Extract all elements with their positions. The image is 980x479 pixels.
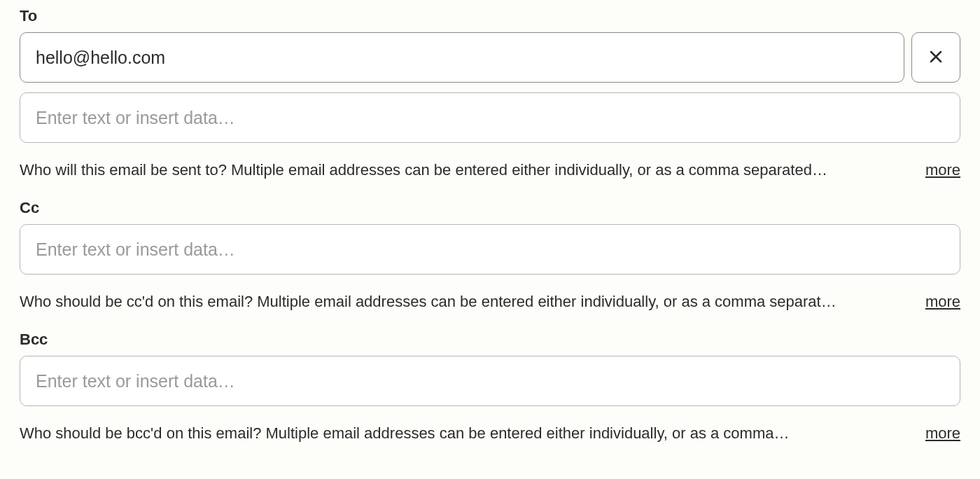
bcc-input[interactable] [20, 356, 960, 406]
cc-input-row [20, 224, 960, 275]
to-help-text: Who will this email be sent to? Multiple… [20, 161, 904, 179]
to-field-section: To Who will this email be sent to? Multi… [20, 7, 960, 179]
bcc-field-section: Bcc Who should be bcc'd on this email? M… [20, 331, 960, 443]
cc-field-section: Cc Who should be cc'd on this email? Mul… [20, 199, 960, 311]
to-remove-button[interactable] [911, 32, 960, 83]
close-icon [927, 48, 944, 67]
cc-label: Cc [20, 199, 960, 217]
bcc-help-row: Who should be bcc'd on this email? Multi… [20, 424, 960, 443]
to-input-row [20, 32, 960, 83]
to-help-row: Who will this email be sent to? Multiple… [20, 161, 960, 179]
to-input[interactable] [20, 32, 904, 83]
bcc-input-row [20, 356, 960, 406]
to-extra-input[interactable] [20, 92, 960, 143]
to-label: To [20, 7, 960, 25]
bcc-help-text: Who should be bcc'd on this email? Multi… [20, 424, 904, 443]
bcc-more-link[interactable]: more [925, 424, 960, 443]
bcc-label: Bcc [20, 331, 960, 349]
to-more-link[interactable]: more [925, 161, 960, 179]
to-extra-input-row [20, 92, 960, 143]
cc-help-row: Who should be cc'd on this email? Multip… [20, 293, 960, 311]
cc-input[interactable] [20, 224, 960, 275]
cc-more-link[interactable]: more [925, 293, 960, 311]
cc-help-text: Who should be cc'd on this email? Multip… [20, 293, 904, 311]
